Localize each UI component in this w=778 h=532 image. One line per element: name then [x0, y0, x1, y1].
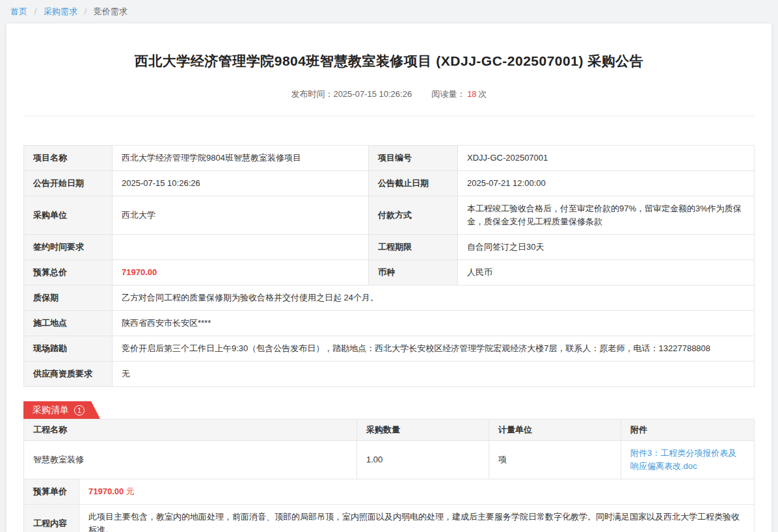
table-row: 签约时间要求 工程期限 自合同签订之日30天	[24, 235, 755, 260]
unit-price-unit: 元	[126, 486, 135, 496]
breadcrumb-current-page: 竞价需求	[94, 7, 127, 16]
table-row: 现场踏勘 竞价开启后第三个工作日上午9:30（包含公告发布日），踏勘地点：西北大…	[24, 336, 755, 362]
payment-label: 付款方式	[369, 196, 458, 235]
location-value: 陕西省西安市长安区****	[113, 311, 755, 336]
sign-time-label: 签约时间要求	[24, 235, 113, 260]
end-date-label: 公告截止日期	[369, 171, 458, 196]
budget-total-value: 71970.00	[113, 260, 369, 286]
section-divider	[23, 116, 755, 116]
publish-time-label: 发布时间：	[291, 89, 333, 99]
purchaser-label: 采购单位	[24, 196, 113, 235]
unit-price-value: 71970.00	[88, 486, 124, 496]
item-unit: 项	[489, 441, 621, 479]
table-row: 工程内容 此项目主要包含，教室内的地面处理，前面消音、顶部的局部吊顶，室内照面以…	[24, 505, 755, 532]
purchase-list-count-badge: 1	[74, 405, 85, 416]
project-code-label: 项目编号	[369, 146, 458, 171]
end-date-value: 2025-07-21 12:00:00	[458, 171, 755, 196]
views-unit: 次	[479, 89, 487, 99]
table-row: 采购单位 西北大学 付款方式 本工程竣工验收合格后，付至审定价款的97%，留审定…	[24, 196, 755, 235]
table-row: 预算单价 71970.00 元	[24, 479, 755, 505]
breadcrumb-home-link[interactable]: 首页	[10, 7, 27, 16]
currency-label: 币种	[369, 260, 458, 286]
project-details-table: 项目名称 西北大学经济管理学院9804班智慧教室装修项目 项目编号 XDJJ-G…	[23, 145, 755, 387]
project-name-value: 西北大学经济管理学院9804班智慧教室装修项目	[113, 146, 369, 171]
project-name-label: 项目名称	[24, 146, 113, 171]
warranty-value: 乙方对合同工程的质量保修期为验收合格并交付使用之日起 24个月。	[113, 286, 755, 311]
announcement-meta: 发布时间：2025-07-15 10:26:26阅读量：18次	[23, 88, 755, 100]
announcement-card: 西北大学经济管理学院9804班智慧教室装修项目 (XDJJ-GC-2025070…	[7, 23, 771, 532]
breadcrumb: 首页 / 采购需求 / 竞价需求	[0, 0, 778, 23]
column-header-attachment: 附件	[621, 419, 755, 441]
breadcrumb-separator: /	[34, 7, 37, 16]
table-row: 公告开始日期 2025-07-15 10:26:26 公告截止日期 2025-0…	[24, 171, 755, 196]
column-header-unit: 计量单位	[489, 419, 621, 441]
work-content-value: 此项目主要包含，教室内的地面处理，前面消音、顶部的局部吊顶，室内照面以及内弱电的…	[79, 505, 755, 532]
site-visit-label: 现场踏勘	[24, 336, 113, 362]
attachment-link[interactable]: 附件3：工程类分项报价表及响应偏离表改.doc	[630, 448, 736, 471]
sign-time-value	[113, 235, 369, 260]
purchase-list-badge: 采购清单 1	[23, 401, 100, 419]
project-code-value: XDJJ-GC-202507001	[458, 146, 755, 171]
table-row: 质保期 乙方对合同工程的质量保修期为验收合格并交付使用之日起 24个月。	[24, 286, 755, 311]
currency-value: 人民币	[458, 260, 755, 286]
table-row: 预算总价 71970.00 币种 人民币	[24, 260, 755, 286]
budget-total-label: 预算总价	[24, 260, 113, 286]
table-row: 智慧教室装修 1.00 项 附件3：工程类分项报价表及响应偏离表改.doc	[24, 441, 755, 479]
duration-value: 自合同签订之日30天	[458, 235, 755, 260]
unit-price-cell: 71970.00 元	[79, 479, 755, 505]
breadcrumb-separator: /	[85, 7, 87, 16]
purchaser-value: 西北大学	[113, 196, 369, 235]
purchase-list-badge-label: 采购清单	[33, 405, 69, 416]
purchase-extra-table: 预算单价 71970.00 元 工程内容 此项目主要包含，教室内的地面处理，前面…	[23, 479, 755, 532]
column-header-quantity: 采购数量	[357, 419, 489, 441]
duration-label: 工程期限	[369, 235, 458, 260]
work-content-label: 工程内容	[24, 505, 79, 532]
column-header-project-name: 工程名称	[24, 419, 357, 441]
payment-value: 本工程竣工验收合格后，付至审定价款的97%，留审定金额的3%作为质保金，质保金支…	[458, 196, 755, 235]
warranty-label: 质保期	[24, 286, 113, 311]
table-header-row: 工程名称 采购数量 计量单位 附件	[24, 419, 755, 441]
breadcrumb-purchase-demand-link[interactable]: 采购需求	[44, 7, 77, 16]
qualification-value: 无	[113, 362, 755, 387]
site-visit-value: 竞价开启后第三个工作日上午9:30（包含公告发布日），踏勘地点：西北大学长安校区…	[113, 336, 755, 362]
start-date-label: 公告开始日期	[24, 171, 113, 196]
item-quantity: 1.00	[357, 441, 489, 479]
table-row: 供应商资质要求 无	[24, 362, 755, 387]
unit-price-label: 预算单价	[24, 479, 79, 505]
views-label: 阅读量：	[431, 89, 465, 99]
location-label: 施工地点	[24, 311, 113, 336]
qualification-label: 供应商资质要求	[24, 362, 113, 387]
page-title: 西北大学经济管理学院9804班智慧教室装修项目 (XDJJ-GC-2025070…	[23, 23, 755, 70]
start-date-value: 2025-07-15 10:26:26	[113, 171, 369, 196]
table-row: 施工地点 陕西省西安市长安区****	[24, 311, 755, 336]
publish-time-value: 2025-07-15 10:26:26	[333, 89, 412, 99]
purchase-items-table: 工程名称 采购数量 计量单位 附件 智慧教室装修 1.00 项 附件3：工程类分…	[23, 419, 755, 479]
views-count: 18	[467, 89, 476, 99]
table-row: 项目名称 西北大学经济管理学院9804班智慧教室装修项目 项目编号 XDJJ-G…	[24, 146, 755, 171]
item-name: 智慧教室装修	[24, 441, 357, 479]
